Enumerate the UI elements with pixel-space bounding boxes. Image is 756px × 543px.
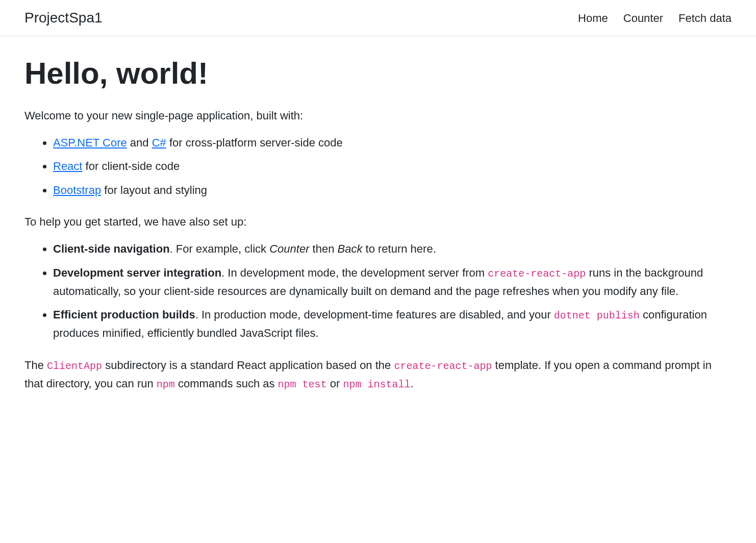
list-em: Back [338, 242, 363, 255]
list-code: create-react-app [488, 268, 586, 280]
footer-code: npm install [343, 379, 410, 390]
list-text: then [309, 242, 337, 255]
navbar-brand[interactable]: ProjectSpa1 [24, 7, 103, 29]
list-item: Bootstrap for layout and styling [53, 181, 732, 200]
link-csharp[interactable]: C# [152, 136, 166, 149]
page-title: Hello, world! [24, 51, 732, 96]
list-text: . For example, click [170, 242, 270, 255]
main-container: Hello, world! Welcome to your new single… [0, 36, 756, 416]
list-text: for cross-platform server-side code [166, 136, 343, 149]
nav-link-counter[interactable]: Counter [623, 12, 663, 24]
list-text: . In development mode, the development s… [221, 266, 488, 279]
footer-code: npm test [278, 379, 327, 390]
list-item: React for client-side code [53, 157, 732, 176]
list-item: Efficient production builds. In producti… [53, 306, 732, 343]
nav-link-home[interactable]: Home [578, 12, 608, 24]
list-strong: Development server integration [53, 266, 221, 279]
navbar: ProjectSpa1 Home Counter Fetch data [0, 0, 756, 36]
list-em: Counter [269, 242, 309, 255]
setup-list: Client-side navigation. For example, cli… [24, 240, 732, 342]
navbar-nav: Home Counter Fetch data [578, 10, 732, 27]
link-aspnet-core[interactable]: ASP.NET Core [53, 136, 127, 149]
list-text: . In production mode, development-time f… [195, 308, 554, 321]
footer-text: or [327, 377, 343, 390]
link-bootstrap[interactable]: Bootstrap [53, 184, 101, 196]
list-text: for layout and styling [101, 184, 207, 196]
footer-code: ClientApp [47, 360, 102, 372]
footer-text: subdirectory is a standard React applica… [102, 359, 394, 372]
tech-list: ASP.NET Core and C# for cross-platform s… [24, 134, 732, 200]
footer-code: create-react-app [394, 360, 492, 372]
footer-code: npm [157, 379, 175, 390]
list-text: and [127, 136, 152, 149]
footer-text: The [24, 359, 47, 372]
list-text: to return here. [362, 242, 436, 255]
list-strong: Client-side navigation [53, 242, 170, 255]
list-code: dotnet publish [554, 310, 640, 322]
footer-text: commands such as [175, 377, 278, 390]
footer-text: . [410, 377, 413, 390]
list-strong: Efficient production builds [53, 308, 195, 321]
list-item: Development server integration. In devel… [53, 264, 732, 301]
nav-link-fetch-data[interactable]: Fetch data [678, 12, 732, 24]
setup-intro-text: To help you get started, we have also se… [24, 213, 732, 231]
intro-text: Welcome to your new single-page applicat… [24, 107, 732, 125]
link-react[interactable]: React [53, 160, 82, 172]
footer-paragraph: The ClientApp subdirectory is a standard… [24, 356, 732, 393]
list-item: ASP.NET Core and C# for cross-platform s… [53, 134, 732, 152]
list-item: Client-side navigation. For example, cli… [53, 240, 732, 258]
list-text: for client-side code [82, 160, 180, 172]
